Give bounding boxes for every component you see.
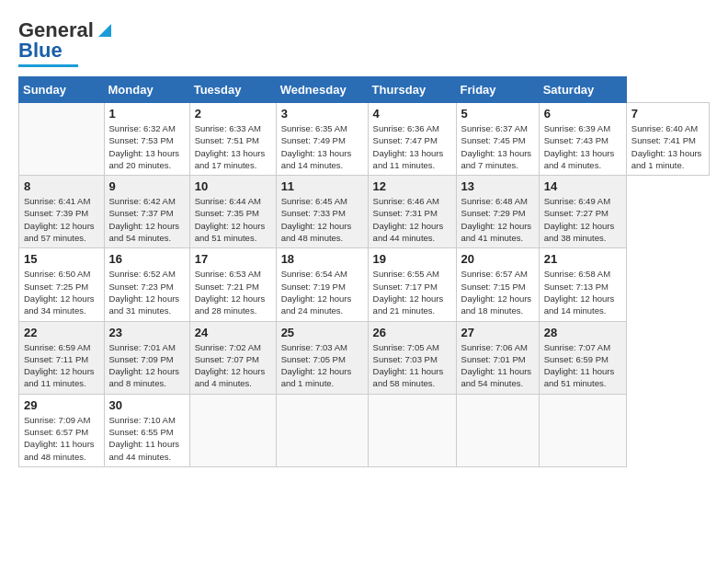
calendar-day-22: 22 Sunrise: 6:59 AMSunset: 7:11 PMDaylig… <box>19 321 105 394</box>
day-info: Sunrise: 7:01 AMSunset: 7:09 PMDaylight:… <box>109 341 185 390</box>
calendar-day-18: 18 Sunrise: 6:54 AMSunset: 7:19 PMDaylig… <box>276 248 368 321</box>
empty-cell <box>368 394 456 466</box>
day-info: Sunrise: 6:52 AMSunset: 7:23 PMDaylight:… <box>109 268 185 316</box>
day-number: 22 <box>24 326 99 339</box>
day-number: 29 <box>24 398 99 412</box>
day-number: 17 <box>195 252 271 266</box>
calendar-day-8: 8 Sunrise: 6:41 AMSunset: 7:39 PMDayligh… <box>19 176 105 248</box>
weekday-header-friday: Friday <box>456 77 539 103</box>
logo-arrow-icon <box>95 20 115 40</box>
day-info: Sunrise: 6:44 AMSunset: 7:35 PMDaylight:… <box>195 195 271 244</box>
calendar-day-11: 11 Sunrise: 6:45 AMSunset: 7:33 PMDaylig… <box>276 176 368 248</box>
day-info: Sunrise: 6:58 AMSunset: 7:13 PMDaylight:… <box>544 268 621 316</box>
calendar-table: SundayMondayTuesdayWednesdayThursdayFrid… <box>18 76 710 467</box>
calendar-day-27: 27 Sunrise: 7:06 AMSunset: 7:01 PMDaylig… <box>456 321 539 394</box>
empty-cell <box>539 394 626 466</box>
calendar-day-16: 16 Sunrise: 6:52 AMSunset: 7:23 PMDaylig… <box>104 248 189 321</box>
calendar-day-4: 4 Sunrise: 6:36 AMSunset: 7:47 PMDayligh… <box>368 103 456 176</box>
day-info: Sunrise: 7:02 AMSunset: 7:07 PMDaylight:… <box>195 341 271 390</box>
day-number: 15 <box>24 252 99 266</box>
day-info: Sunrise: 7:09 AMSunset: 6:57 PMDaylight:… <box>24 414 99 463</box>
calendar-day-1: 1 Sunrise: 6:32 AMSunset: 7:53 PMDayligh… <box>104 103 189 176</box>
page-header: General Blue <box>18 18 710 67</box>
day-info: Sunrise: 6:57 AMSunset: 7:15 PMDaylight:… <box>461 268 534 316</box>
day-info: Sunrise: 6:49 AMSunset: 7:27 PMDaylight:… <box>544 195 621 244</box>
calendar-day-30: 30 Sunrise: 7:10 AMSunset: 6:55 PMDaylig… <box>104 394 189 466</box>
day-number: 23 <box>109 326 185 339</box>
calendar-day-24: 24 Sunrise: 7:02 AMSunset: 7:07 PMDaylig… <box>189 321 276 394</box>
day-number: 12 <box>373 179 451 193</box>
weekday-header-tuesday: Tuesday <box>189 77 276 103</box>
day-info: Sunrise: 6:42 AMSunset: 7:37 PMDaylight:… <box>109 195 185 244</box>
day-number: 27 <box>461 326 534 339</box>
day-number: 26 <box>373 326 451 339</box>
calendar-day-29: 29 Sunrise: 7:09 AMSunset: 6:57 PMDaylig… <box>19 394 105 466</box>
day-info: Sunrise: 6:50 AMSunset: 7:25 PMDaylight:… <box>24 268 99 316</box>
calendar-day-5: 5 Sunrise: 6:37 AMSunset: 7:45 PMDayligh… <box>456 103 539 176</box>
svg-marker-0 <box>98 24 111 37</box>
day-info: Sunrise: 7:05 AMSunset: 7:03 PMDaylight:… <box>373 341 451 390</box>
day-number: 25 <box>281 326 363 339</box>
weekday-header-wednesday: Wednesday <box>276 77 368 103</box>
day-number: 5 <box>461 107 534 121</box>
day-info: Sunrise: 6:41 AMSunset: 7:39 PMDaylight:… <box>24 195 99 244</box>
day-number: 10 <box>195 179 271 193</box>
day-number: 3 <box>281 107 363 121</box>
day-number: 20 <box>461 252 534 266</box>
calendar-day-26: 26 Sunrise: 7:05 AMSunset: 7:03 PMDaylig… <box>368 321 456 394</box>
weekday-header-sunday: Sunday <box>19 77 105 103</box>
calendar-day-6: 6 Sunrise: 6:39 AMSunset: 7:43 PMDayligh… <box>539 103 626 176</box>
day-info: Sunrise: 6:39 AMSunset: 7:43 PMDaylight:… <box>544 122 621 171</box>
calendar-day-7: 7 Sunrise: 6:40 AMSunset: 7:41 PMDayligh… <box>626 103 709 176</box>
day-info: Sunrise: 6:40 AMSunset: 7:41 PMDaylight:… <box>631 122 704 171</box>
logo-underline <box>18 64 78 67</box>
day-number: 28 <box>544 326 621 339</box>
day-number: 24 <box>195 326 271 339</box>
empty-cell <box>189 394 276 466</box>
day-number: 13 <box>461 179 534 193</box>
day-info: Sunrise: 7:07 AMSunset: 6:59 PMDaylight:… <box>544 341 621 390</box>
calendar-day-21: 21 Sunrise: 6:58 AMSunset: 7:13 PMDaylig… <box>539 248 626 321</box>
empty-cell <box>456 394 539 466</box>
calendar-day-12: 12 Sunrise: 6:46 AMSunset: 7:31 PMDaylig… <box>368 176 456 248</box>
day-number: 14 <box>544 179 621 193</box>
calendar-day-19: 19 Sunrise: 6:55 AMSunset: 7:17 PMDaylig… <box>368 248 456 321</box>
weekday-header-monday: Monday <box>104 77 189 103</box>
logo: General Blue <box>18 18 115 67</box>
day-info: Sunrise: 6:48 AMSunset: 7:29 PMDaylight:… <box>461 195 534 244</box>
day-number: 2 <box>195 107 271 121</box>
calendar-day-9: 9 Sunrise: 6:42 AMSunset: 7:37 PMDayligh… <box>104 176 189 248</box>
empty-cell <box>276 394 368 466</box>
day-info: Sunrise: 7:03 AMSunset: 7:05 PMDaylight:… <box>281 341 363 390</box>
day-number: 4 <box>373 107 451 121</box>
day-info: Sunrise: 6:35 AMSunset: 7:49 PMDaylight:… <box>281 122 363 171</box>
day-number: 21 <box>544 252 621 266</box>
day-info: Sunrise: 7:10 AMSunset: 6:55 PMDaylight:… <box>109 414 185 463</box>
day-info: Sunrise: 6:36 AMSunset: 7:47 PMDaylight:… <box>373 122 451 171</box>
day-number: 19 <box>373 252 451 266</box>
weekday-header-saturday: Saturday <box>539 77 626 103</box>
calendar-day-25: 25 Sunrise: 7:03 AMSunset: 7:05 PMDaylig… <box>276 321 368 394</box>
day-info: Sunrise: 6:32 AMSunset: 7:53 PMDaylight:… <box>109 122 185 171</box>
calendar-day-20: 20 Sunrise: 6:57 AMSunset: 7:15 PMDaylig… <box>456 248 539 321</box>
day-number: 6 <box>544 107 621 121</box>
calendar-day-14: 14 Sunrise: 6:49 AMSunset: 7:27 PMDaylig… <box>539 176 626 248</box>
day-number: 8 <box>24 179 99 193</box>
calendar-day-2: 2 Sunrise: 6:33 AMSunset: 7:51 PMDayligh… <box>189 103 276 176</box>
calendar-day-3: 3 Sunrise: 6:35 AMSunset: 7:49 PMDayligh… <box>276 103 368 176</box>
day-info: Sunrise: 6:33 AMSunset: 7:51 PMDaylight:… <box>195 122 271 171</box>
day-info: Sunrise: 6:45 AMSunset: 7:33 PMDaylight:… <box>281 195 363 244</box>
empty-cell <box>19 103 105 176</box>
calendar-day-10: 10 Sunrise: 6:44 AMSunset: 7:35 PMDaylig… <box>189 176 276 248</box>
calendar-day-28: 28 Sunrise: 7:07 AMSunset: 6:59 PMDaylig… <box>539 321 626 394</box>
calendar-day-13: 13 Sunrise: 6:48 AMSunset: 7:29 PMDaylig… <box>456 176 539 248</box>
day-number: 1 <box>109 107 185 121</box>
day-number: 7 <box>631 107 704 121</box>
day-info: Sunrise: 7:06 AMSunset: 7:01 PMDaylight:… <box>461 341 534 390</box>
day-number: 30 <box>109 398 185 412</box>
calendar-day-23: 23 Sunrise: 7:01 AMSunset: 7:09 PMDaylig… <box>104 321 189 394</box>
day-info: Sunrise: 6:55 AMSunset: 7:17 PMDaylight:… <box>373 268 451 316</box>
calendar-day-15: 15 Sunrise: 6:50 AMSunset: 7:25 PMDaylig… <box>19 248 105 321</box>
day-number: 16 <box>109 252 185 266</box>
day-info: Sunrise: 6:54 AMSunset: 7:19 PMDaylight:… <box>281 268 363 316</box>
